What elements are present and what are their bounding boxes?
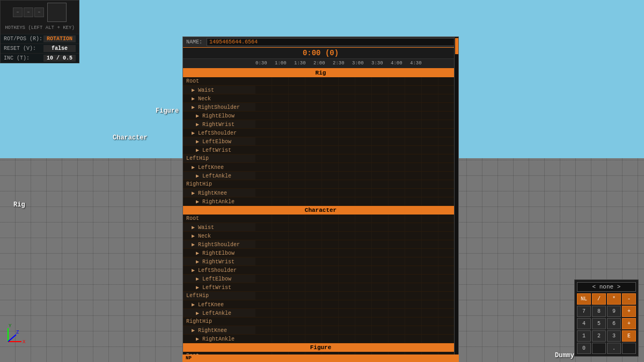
bone-track[interactable] xyxy=(255,154,458,162)
bone-label: ▶ LeftWrist xyxy=(183,284,255,291)
bone-track[interactable] xyxy=(255,300,458,308)
calc-button[interactable]: 6 xyxy=(607,318,621,329)
table-row[interactable]: LeftHip xyxy=(183,292,458,300)
calc-button[interactable]: 1 xyxy=(577,330,591,342)
section-header-0: Rig xyxy=(183,69,458,77)
table-row[interactable]: ▶ Neck xyxy=(183,94,458,103)
bone-track[interactable] xyxy=(255,120,458,128)
bone-track[interactable] xyxy=(255,309,458,317)
table-row[interactable]: RightHip xyxy=(183,317,458,326)
bone-track[interactable] xyxy=(255,292,458,300)
bone-track[interactable] xyxy=(255,86,458,94)
table-row[interactable]: ▶ LeftKnee xyxy=(183,300,458,309)
table-row[interactable]: ▶ RightElbow xyxy=(183,112,458,120)
calc-button[interactable]: 0 xyxy=(577,343,591,354)
bone-track[interactable] xyxy=(255,77,458,85)
mini-box-1: – xyxy=(13,8,23,17)
table-row[interactable]: ▶ LeftKnee xyxy=(183,163,458,172)
calc-button[interactable]: 4 xyxy=(577,318,591,329)
bone-track[interactable] xyxy=(255,146,458,154)
calc-button[interactable]: 3 xyxy=(607,330,621,342)
table-row[interactable]: ▶ LeftAnkle xyxy=(183,309,458,317)
bone-track[interactable] xyxy=(255,112,458,120)
bone-track[interactable] xyxy=(255,317,458,326)
bone-track[interactable] xyxy=(255,172,458,180)
table-row[interactable]: ▶ RightShoulder xyxy=(183,240,458,249)
bone-track[interactable] xyxy=(255,103,458,111)
table-row[interactable]: Root xyxy=(183,215,458,223)
table-row[interactable]: ▶ LeftElbow xyxy=(183,275,458,283)
calc-button[interactable]: / xyxy=(592,293,606,305)
table-row[interactable]: ▶ LeftWrist xyxy=(183,283,458,292)
rot-pos-value: ROTATION xyxy=(43,35,76,42)
bone-track[interactable] xyxy=(255,335,458,343)
bone-track[interactable] xyxy=(255,249,458,257)
table-row[interactable]: ▶ Waist xyxy=(183,223,458,232)
ruler-mark-6: 3:30 xyxy=(371,61,383,66)
bone-label: ▶ LeftKnee xyxy=(183,301,255,308)
bone-track[interactable] xyxy=(255,275,458,283)
table-row[interactable]: LeftHip xyxy=(183,154,458,163)
table-row[interactable]: ▶ LeftElbow xyxy=(183,137,458,146)
bone-label: ▶ RightAnkle xyxy=(183,336,255,342)
table-row[interactable]: ▶ LeftShoulder xyxy=(183,129,458,137)
table-row[interactable]: ▶ Waist xyxy=(183,86,458,94)
bone-track[interactable] xyxy=(255,163,458,171)
table-row[interactable]: ▶ RightAnkle xyxy=(183,197,458,206)
calc-button[interactable]: * xyxy=(607,293,621,305)
bone-track[interactable] xyxy=(255,266,458,274)
timeline-scrollbar[interactable] xyxy=(454,37,458,362)
table-row[interactable]: RightHip xyxy=(183,180,458,189)
table-row[interactable]: ▶ LeftWrist xyxy=(183,146,458,154)
bone-label: ▶ RightKnee xyxy=(183,190,255,196)
scrollbar-thumb[interactable] xyxy=(455,38,458,54)
calc-button[interactable]: . xyxy=(607,343,621,354)
np-bar: NP xyxy=(182,354,459,362)
calc-button[interactable]: E xyxy=(622,330,636,342)
table-row[interactable]: ▶ RightShoulder xyxy=(183,103,458,112)
bone-track[interactable] xyxy=(255,223,458,231)
table-row[interactable]: Root xyxy=(183,77,458,86)
figure-label: Figure xyxy=(156,107,179,115)
bone-track[interactable] xyxy=(255,215,458,223)
bone-track[interactable] xyxy=(255,326,458,334)
calc-button[interactable]: + xyxy=(622,318,636,329)
calc-button[interactable]: 8 xyxy=(592,306,606,317)
table-row[interactable]: ▶ RightAnkle xyxy=(183,335,458,343)
rot-pos-row: ROT/POS (R): ROTATION xyxy=(1,34,79,43)
table-row[interactable]: ▶ LeftAnkle xyxy=(183,172,458,180)
bone-track[interactable] xyxy=(255,197,458,205)
bone-track[interactable] xyxy=(255,232,458,240)
bone-track[interactable] xyxy=(255,94,458,102)
calc-button[interactable]: - xyxy=(622,293,636,305)
bone-label: ▶ LeftAnkle xyxy=(183,310,255,316)
table-row[interactable]: ▶ RightElbow xyxy=(183,249,458,257)
calc-button[interactable]: 2 xyxy=(592,330,606,342)
bone-track[interactable] xyxy=(255,240,458,248)
calc-button[interactable]: + xyxy=(622,306,636,317)
calc-button[interactable]: 5 xyxy=(592,318,606,329)
np-label: NP xyxy=(186,356,192,361)
bone-label: Root xyxy=(183,78,255,84)
table-row[interactable]: ▶ RightWrist xyxy=(183,120,458,129)
table-row[interactable]: ▶ LeftShoulder xyxy=(183,266,458,275)
mini-box-2: – xyxy=(24,8,33,17)
bone-track[interactable] xyxy=(255,180,458,188)
bone-track[interactable] xyxy=(255,283,458,291)
table-row[interactable]: ▶ RightKnee xyxy=(183,189,458,197)
bone-label: ▶ RightWrist xyxy=(183,258,255,265)
calc-button[interactable]: NL xyxy=(577,293,591,305)
bone-track[interactable] xyxy=(255,257,458,265)
bone-list-1: Root▶ Waist▶ Neck▶ RightShoulder ▶ Right… xyxy=(183,215,458,343)
calc-button[interactable]: 7 xyxy=(577,306,591,317)
bone-track[interactable] xyxy=(255,137,458,145)
calc-button[interactable]: 9 xyxy=(607,306,621,317)
bone-track[interactable] xyxy=(255,189,458,197)
ruler-mark-7: 4:00 xyxy=(391,61,402,66)
table-row[interactable]: ▶ Neck xyxy=(183,232,458,240)
table-row[interactable]: ▶ RightWrist xyxy=(183,257,458,266)
table-row[interactable]: ▶ RightKnee xyxy=(183,326,458,335)
bone-label: ▶ LeftKnee xyxy=(183,164,255,171)
bone-label: ▶ RightShoulder xyxy=(183,241,255,248)
bone-track[interactable] xyxy=(255,129,458,137)
